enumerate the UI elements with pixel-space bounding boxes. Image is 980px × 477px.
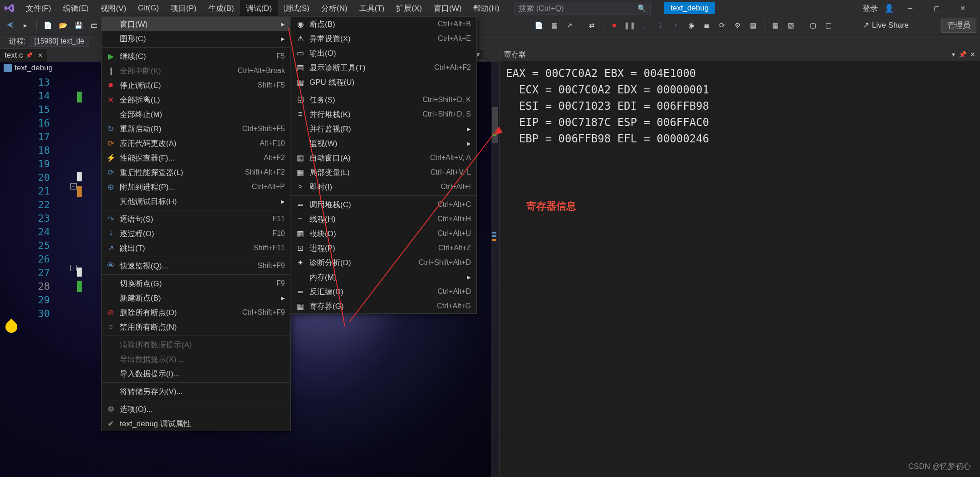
- menu-item[interactable]: ≡并行堆栈(K)Ctrl+Shift+D, S: [291, 107, 476, 122]
- tool-icon[interactable]: ◉: [685, 19, 698, 32]
- menu-item[interactable]: ↻重新启动(R)Ctrl+Shift+F5: [102, 122, 290, 136]
- menu-item[interactable]: ⊘删除所有断点(D)Ctrl+Shift+F9: [102, 305, 290, 320]
- account-icon[interactable]: 👤: [884, 4, 894, 13]
- menu-item[interactable]: ⊡进程(P)Ctrl+Alt+Z: [291, 241, 476, 255]
- step-out-button[interactable]: ↑: [670, 19, 682, 32]
- menu-item[interactable]: 监视(W)▸: [291, 136, 476, 151]
- menu-item[interactable]: >即时(I)Ctrl+Alt+I: [291, 180, 476, 194]
- menu-item[interactable]: 全部终止(M): [102, 107, 290, 122]
- fold-icon[interactable]: −: [70, 265, 77, 271]
- menu-analyze[interactable]: 分析(N): [315, 0, 353, 16]
- close-button[interactable]: ✕: [953, 1, 973, 15]
- login-link[interactable]: 登录: [862, 3, 878, 14]
- menu-project[interactable]: 项目(P): [165, 0, 202, 16]
- menu-tools[interactable]: 工具(T): [353, 0, 391, 16]
- menu-item[interactable]: ▦模块(O)Ctrl+Alt+U: [291, 226, 476, 241]
- panel-pin-icon[interactable]: 📌: [959, 51, 966, 58]
- tool-icon[interactable]: 📄: [533, 19, 545, 32]
- nav-back-button[interactable]: ⮜: [4, 19, 16, 32]
- scrollbar[interactable]: [491, 62, 499, 477]
- menu-extensions[interactable]: 扩展(X): [390, 0, 428, 16]
- menu-item[interactable]: ▭输出(O): [291, 46, 476, 60]
- panel-dropdown-icon[interactable]: ▾: [952, 51, 955, 58]
- menu-item[interactable]: 内存(M)▸: [291, 270, 476, 284]
- nav-fwd-button[interactable]: ▸: [19, 19, 32, 32]
- maximize-button[interactable]: ▢: [926, 1, 946, 15]
- menu-item[interactable]: ⟳重启性能探查器(L)Shift+Alt+F2: [102, 165, 290, 180]
- menu-item[interactable]: 将转储另存为(V)...: [102, 384, 290, 399]
- menu-item[interactable]: 新建断点(B)▸: [102, 291, 290, 305]
- menu-edit[interactable]: 编辑(E): [57, 0, 95, 16]
- menu-item[interactable]: ▤显示诊断工具(T)Ctrl+Alt+F2: [291, 60, 476, 75]
- pin-icon[interactable]: 📌: [26, 52, 33, 58]
- minimize-button[interactable]: ─: [900, 1, 920, 15]
- menu-test[interactable]: 测试(S): [278, 0, 315, 16]
- tool-icon[interactable]: ⇄: [586, 19, 598, 32]
- menu-item[interactable]: ▦局部变量(L)Ctrl+Alt+V, L: [291, 165, 476, 180]
- menu-build[interactable]: 生成(B): [202, 0, 240, 16]
- tool-icon[interactable]: ≣: [701, 19, 713, 32]
- menu-item[interactable]: ✦诊断分析(D)Ctrl+Shift+Alt+D: [291, 255, 476, 270]
- close-icon[interactable]: ✕: [38, 52, 43, 58]
- saveall-button[interactable]: 🗃: [88, 19, 100, 32]
- menu-item[interactable]: ▦寄存器(G)Ctrl+Alt+G: [291, 299, 476, 313]
- menu-window[interactable]: 窗口(W): [428, 0, 467, 16]
- tab-textc[interactable]: text.c 📌 ✕: [0, 49, 47, 62]
- menu-file[interactable]: 文件(F): [20, 0, 57, 16]
- panel-close-icon[interactable]: ✕: [970, 51, 975, 58]
- new-button[interactable]: 📄: [41, 19, 54, 32]
- menu-item[interactable]: 👁快速监视(Q)...Shift+F9: [102, 258, 290, 273]
- menu-item[interactable]: ≣调用堆栈(C)Ctrl+Alt+C: [291, 197, 476, 212]
- menu-item[interactable]: 窗口(W)▸: [102, 17, 290, 31]
- menu-item[interactable]: ⚡性能探查器(F)...Alt+F2: [102, 151, 290, 165]
- search-input[interactable]: 搜索 (Ctrl+Q) 🔍: [514, 2, 651, 15]
- tool-icon[interactable]: ▧: [784, 19, 797, 32]
- menu-help[interactable]: 帮助(H): [467, 0, 505, 16]
- menu-git[interactable]: Git(G): [132, 0, 165, 16]
- menu-item[interactable]: ≣反汇编(D)Ctrl+Alt+D: [291, 284, 476, 299]
- menu-item[interactable]: 图形(C)▸: [102, 31, 290, 46]
- menu-item[interactable]: 并行监视(R)▸: [291, 122, 476, 136]
- open-button[interactable]: 📂: [57, 19, 69, 32]
- tool-icon[interactable]: ▦: [548, 19, 561, 32]
- step-over-button[interactable]: ⤵: [654, 19, 667, 32]
- menu-item[interactable]: ⚠异常设置(X)Ctrl+Alt+E: [291, 31, 476, 46]
- menu-item[interactable]: ▦自动窗口(A)Ctrl+Alt+V, A: [291, 151, 476, 165]
- menu-debug[interactable]: 调试(D): [240, 0, 278, 16]
- tool-icon[interactable]: ↗: [564, 19, 576, 32]
- menu-item[interactable]: ⟳应用代码更改(A)Alt+F10: [102, 136, 290, 151]
- live-share-button[interactable]: ↗ Live Share: [863, 20, 909, 30]
- tool-icon[interactable]: ▤: [747, 19, 760, 32]
- menu-item[interactable]: ✕全部拆离(L): [102, 92, 290, 107]
- save-button[interactable]: 💾: [72, 19, 85, 32]
- menu-item[interactable]: ↗跳出(T)Shift+F11: [102, 241, 290, 255]
- process-dropdown[interactable]: [15980] text_de: [30, 36, 88, 47]
- pause-button[interactable]: ❚❚: [623, 19, 636, 32]
- tool-icon[interactable]: ▢: [807, 19, 819, 32]
- menu-item[interactable]: ■停止调试(E)Shift+F5: [102, 78, 290, 92]
- menu-item[interactable]: ▦GPU 线程(U): [291, 75, 476, 89]
- menu-item[interactable]: ○禁用所有断点(N): [102, 320, 290, 334]
- menu-item[interactable]: ~线程(H)Ctrl+Alt+H: [291, 212, 476, 226]
- stop-button[interactable]: ■: [608, 19, 621, 32]
- menu-item[interactable]: ⤵逐过程(O)F10: [102, 226, 290, 241]
- step-into-button[interactable]: ↓: [639, 19, 652, 32]
- menu-item[interactable]: ▶继续(C)F5: [102, 49, 290, 63]
- menu-item[interactable]: ⊕附加到进程(P)...Ctrl+Alt+P: [102, 180, 290, 194]
- tool-icon[interactable]: ▦: [769, 19, 782, 32]
- menu-view[interactable]: 视图(V): [94, 0, 132, 16]
- admin-badge[interactable]: 管理员: [941, 18, 976, 33]
- menu-item[interactable]: 导入数据提示(I)...: [102, 366, 290, 381]
- menu-item[interactable]: ⚙选项(O)...: [102, 402, 290, 416]
- menu-item[interactable]: 切换断点(G)F9: [102, 276, 290, 291]
- menu-item[interactable]: ↷逐语句(S)F11: [102, 212, 290, 226]
- menu-item[interactable]: ☑任务(S)Ctrl+Shift+D, K: [291, 92, 476, 107]
- solution-item[interactable]: text_debug: [4, 63, 53, 73]
- tool-icon[interactable]: ⟳: [716, 19, 729, 32]
- tool-icon[interactable]: ⚙: [731, 19, 744, 32]
- scroll-thumb[interactable]: [492, 107, 498, 143]
- menu-item[interactable]: ✔text_debug 调试属性: [102, 416, 290, 431]
- tool-icon[interactable]: ▢: [822, 19, 835, 32]
- menu-item[interactable]: ◉断点(B)Ctrl+Alt+B: [291, 17, 476, 31]
- fold-icon[interactable]: −: [70, 183, 77, 190]
